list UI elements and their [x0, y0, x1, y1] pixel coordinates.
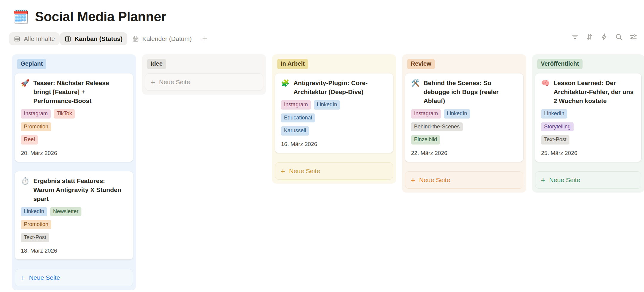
category-tags: Educational [281, 113, 387, 123]
column-status-pill[interactable]: Veröffentlicht [537, 59, 583, 69]
kanban-column-in-arbeit: In Arbeit 🧩 Antigravity-Plugin: Core-Arc… [272, 54, 396, 184]
platform-tags: Instagram LinkedIn [281, 100, 387, 110]
tag: Karussell [281, 126, 309, 136]
card-title: Teaser: Nächster Release bringt [Feature… [33, 79, 127, 105]
kanban-card[interactable]: 🧩 Antigravity-Plugin: Core-Architektur (… [275, 73, 393, 153]
page-calendar-emoji: 🗓️ [13, 10, 29, 23]
kanban-column-review: Review 🛠️ Behind the Scenes: So debugge … [402, 54, 526, 193]
tag: Instagram [21, 109, 51, 119]
format-tags: Reel [21, 135, 127, 145]
page-header: 🗓️ Social Media Planner [0, 0, 644, 24]
tag: LinkedIn [541, 109, 567, 119]
tag: Text-Post [21, 233, 49, 242]
platform-tags: Instagram TikTok [21, 109, 127, 119]
lightning-icon[interactable] [600, 33, 608, 41]
tag: LinkedIn [444, 109, 470, 119]
plus-icon: + [541, 176, 545, 184]
tag: Storytelling [541, 122, 574, 132]
column-status-pill[interactable]: Idee [147, 59, 166, 69]
new-page-label: Neue Seite [159, 79, 190, 86]
board-icon [64, 36, 71, 42]
card-date: 25. März 2026 [541, 150, 635, 156]
hammer-wrench-emoji: 🛠️ [411, 79, 420, 105]
card-date: 18. März 2026 [21, 248, 127, 254]
card-title: Lesson Learned: Der Architektur-Fehler, … [554, 79, 635, 105]
format-tags: Text-Post [541, 135, 635, 145]
tag: Promotion [21, 122, 51, 132]
plus-icon: + [281, 167, 285, 175]
tab-label: Kanban (Status) [75, 35, 123, 42]
format-tags: Karussell [281, 126, 387, 136]
category-tags: Promotion [21, 220, 127, 229]
stopwatch-emoji: ⏱️ [21, 176, 30, 203]
tab-alle-inhalte[interactable]: Alle Inhalte [9, 32, 60, 45]
page-title: Social Media Planner [35, 9, 166, 24]
card-title: Ergebnis statt Features: Warum Antigravi… [33, 176, 127, 203]
sort-icon[interactable] [586, 33, 594, 41]
new-page-button[interactable]: + Neue Seite [535, 171, 641, 189]
column-status-pill[interactable]: Review [407, 59, 435, 69]
new-page-button[interactable]: + Neue Seite [145, 73, 263, 91]
tag: Instagram [281, 100, 311, 110]
rocket-emoji: 🚀 [21, 79, 30, 105]
tab-label: Kalender (Datum) [142, 35, 192, 42]
kanban-column-idee: Idee + Neue Seite [142, 54, 266, 95]
plus-icon: + [21, 274, 25, 282]
tag: Behind-the-Scenes [411, 122, 463, 132]
tab-kalender-datum[interactable]: Kalender (Datum) [127, 32, 197, 45]
search-icon[interactable] [615, 33, 623, 41]
format-tags: Einzelbild [411, 135, 517, 145]
tag: Einzelbild [411, 135, 440, 145]
column-status-pill[interactable]: In Arbeit [277, 59, 308, 69]
view-toolbar [571, 33, 637, 41]
table-icon [14, 36, 21, 42]
tag: LinkedIn [314, 100, 340, 110]
new-page-label: Neue Seite [419, 176, 450, 184]
kanban-card[interactable]: 🚀 Teaser: Nächster Release bringt [Featu… [15, 73, 133, 162]
new-page-button[interactable]: + Neue Seite [15, 269, 133, 286]
tag: TikTok [54, 109, 75, 119]
kanban-board: Geplant 🚀 Teaser: Nächster Release bring… [0, 54, 644, 290]
format-tags: Text-Post [21, 233, 127, 242]
tune-icon[interactable] [629, 33, 637, 41]
tag: LinkedIn [21, 207, 47, 216]
plus-icon: + [411, 176, 415, 184]
platform-tags: Instagram LinkedIn [411, 109, 517, 119]
platform-tags: LinkedIn [541, 109, 635, 119]
card-date: 16. März 2026 [281, 141, 387, 147]
tab-label: Alle Inhalte [24, 35, 55, 42]
tag: Text-Post [541, 135, 569, 145]
new-page-label: Neue Seite [29, 274, 60, 281]
plus-icon: + [151, 78, 155, 86]
tag: Educational [281, 113, 315, 123]
brain-emoji: 🧠 [541, 79, 550, 105]
card-date: 22. März 2026 [411, 150, 517, 156]
new-page-label: Neue Seite [289, 167, 320, 175]
tag: Reel [21, 135, 38, 145]
tag: Instagram [411, 109, 441, 119]
new-page-button[interactable]: + Neue Seite [405, 171, 523, 189]
plus-icon [201, 35, 209, 42]
filter-icon[interactable] [571, 33, 579, 41]
kanban-column-geplant: Geplant 🚀 Teaser: Nächster Release bring… [12, 54, 136, 290]
view-tabs-bar: Alle Inhalte Kanban (Status) Kalender (D… [9, 31, 644, 47]
new-page-button[interactable]: + Neue Seite [275, 162, 393, 180]
card-date: 20. März 2026 [21, 150, 127, 156]
tag: Promotion [21, 220, 51, 229]
category-tags: Storytelling [541, 122, 635, 132]
new-page-label: Neue Seite [549, 176, 580, 184]
tab-kanban-status[interactable]: Kanban (Status) [60, 32, 127, 45]
card-title: Behind the Scenes: So debugge ich Bugs (… [424, 79, 517, 105]
kanban-card[interactable]: ⏱️ Ergebnis statt Features: Warum Antigr… [15, 171, 133, 260]
tag: Newsletter [50, 207, 81, 216]
platform-tags: LinkedIn Newsletter [21, 207, 127, 216]
calendar-icon [132, 36, 139, 42]
card-title: Antigravity-Plugin: Core-Architektur (De… [294, 79, 387, 96]
kanban-card[interactable]: 🧠 Lesson Learned: Der Architektur-Fehler… [535, 73, 641, 162]
category-tags: Behind-the-Scenes [411, 122, 517, 132]
kanban-column-veroeffentlicht: Veröffentlicht 🧠 Lesson Learned: Der Arc… [532, 54, 644, 193]
category-tags: Promotion [21, 122, 127, 132]
kanban-card[interactable]: 🛠️ Behind the Scenes: So debugge ich Bug… [405, 73, 523, 162]
add-view-button[interactable] [200, 33, 210, 44]
column-status-pill[interactable]: Geplant [17, 59, 46, 69]
